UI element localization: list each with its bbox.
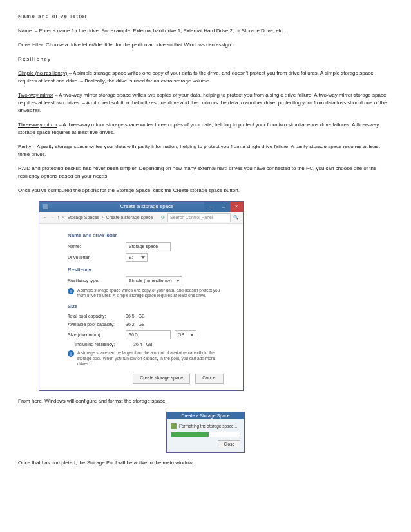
text-simple: – A simple storage space writes one copy… (18, 70, 374, 84)
select-size-unit[interactable]: GB (175, 330, 196, 339)
info-icon: i (68, 350, 74, 357)
label-drive-letter: Drive letter: (68, 254, 126, 261)
dialog-toolbar: ← → ↑ « Storage Spaces › Create a storag… (39, 212, 243, 224)
value-available-capacity: 36.2 (126, 321, 135, 328)
text-parity: – A parity storage space writes your dat… (18, 144, 380, 157)
text-name-desc: Name: – Enter a name for the drive. For … (18, 27, 393, 35)
paragraph-threeway: Three-way mirror – A three-way mirror st… (18, 121, 393, 137)
group-size: Size (68, 303, 224, 310)
dialog-body: Name and drive letter Name: Storage spac… (39, 224, 243, 390)
label-resiliency-type: Resiliency type: (68, 278, 126, 285)
breadcrumb-separator: › (102, 214, 103, 222)
unit-total-capacity: GB (139, 313, 145, 320)
term-twoway: Two-way mirror (18, 92, 53, 98)
info-resiliency-text: A simple storage space writes one copy o… (77, 288, 224, 299)
term-simple: Simple (no resiliency) (18, 70, 67, 76)
nav-up-icon[interactable]: ↑ (57, 214, 60, 222)
nav-forward-icon[interactable]: → (50, 214, 55, 222)
progress-bar (171, 432, 240, 437)
text-from-here: From here, Windows will configure and fo… (18, 397, 393, 405)
cancel-button[interactable]: Cancel (195, 374, 224, 384)
text-driveletter-desc: Drive letter: Choose a drive letter/iden… (18, 41, 393, 49)
label-size-maximum: Size (maximum): (68, 332, 126, 339)
window-close-button[interactable]: × (230, 202, 243, 212)
screenshot-create-storage-space: Create a storage space – □ × ← → ↑ « Sto… (39, 201, 393, 391)
dialog-titlebar: Create a storage space – □ × (39, 202, 243, 212)
text-click-create: Once you've configured the options for t… (18, 187, 393, 195)
dialog-create-storage-space: Create a storage space – □ × ← → ↑ « Sto… (39, 201, 244, 391)
refresh-icon[interactable]: ⟳ (161, 214, 165, 222)
select-resiliency-type[interactable]: Simple (no resiliency) (126, 276, 182, 285)
input-size-maximum[interactable]: 36.5 (126, 330, 171, 339)
progress-message: Formatting the storage space... (179, 423, 237, 430)
paragraph-simple: Simple (no resiliency) – A simple storag… (18, 70, 393, 85)
label-including-resiliency: Including resiliency: (75, 341, 133, 348)
info-icon: i (68, 288, 74, 294)
unit-available-capacity: GB (139, 321, 145, 328)
unit-including-resiliency: GB (146, 341, 153, 348)
text-threeway: – A three-way mirror storage space write… (18, 122, 379, 135)
window-maximize-button[interactable]: □ (217, 202, 230, 212)
heading-name-drive: Name and drive letter (18, 13, 393, 21)
text-once-completed: Once that has completed, the Storage Poo… (18, 459, 393, 467)
info-size-text: A storage space can be larger than the a… (77, 350, 224, 366)
breadcrumb-create-storage-space[interactable]: Create a storage space (106, 214, 153, 222)
close-button[interactable]: Close (218, 440, 240, 448)
term-threeway: Three-way mirror (18, 122, 57, 128)
search-icon[interactable]: 🔍 (233, 214, 239, 222)
screenshot-formatting-progress: Create a Storage Space Formatting the st… (166, 412, 245, 453)
search-input[interactable]: Search Control Panel (167, 213, 231, 222)
paragraph-twoway: Two-way mirror – A two-way mirror storag… (18, 91, 393, 115)
value-total-capacity: 36.5 (126, 313, 135, 320)
text-twoway: – A two-way mirror storage space writes … (18, 92, 387, 113)
text-raid: RAID and protected backup has never been… (18, 165, 393, 180)
value-including-resiliency: 36.4 (133, 341, 142, 348)
progress-dialog-title: Create a Storage Space (167, 412, 244, 419)
nav-back-icon[interactable]: ← (43, 214, 48, 222)
paragraph-parity: Parity – A parity storage space writes y… (18, 143, 393, 158)
label-name: Name: (68, 243, 126, 251)
create-storage-space-button[interactable]: Create storage space (133, 374, 190, 384)
breadcrumb-storage-spaces[interactable]: Storage Spaces (67, 214, 99, 222)
group-resiliency: Resiliency (68, 266, 224, 274)
dialog-app-icon (43, 204, 48, 209)
window-minimize-button[interactable]: – (204, 202, 217, 212)
group-name-drive-letter: Name and drive letter (68, 232, 224, 240)
term-parity: Parity (18, 144, 31, 149)
label-available-capacity: Available pool capacity: (68, 321, 126, 328)
label-total-capacity: Total pool capacity: (68, 313, 126, 320)
drive-icon (171, 423, 177, 429)
select-drive-letter[interactable]: E: (126, 253, 148, 262)
heading-resiliency: Resiliency (18, 55, 393, 63)
breadcrumb-separator: « (62, 214, 65, 222)
input-name[interactable]: Storage space (126, 242, 171, 251)
